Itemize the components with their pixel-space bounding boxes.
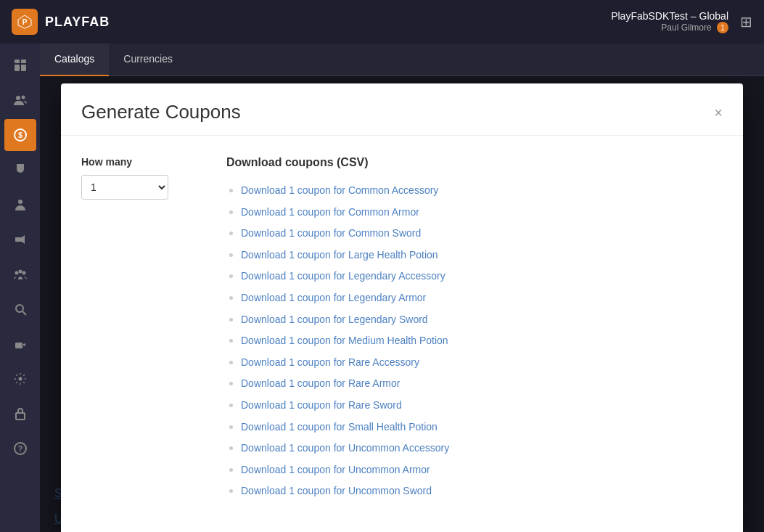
coupon-download-link[interactable]: Download 1 coupon for Common Accessory	[241, 184, 438, 196]
coupon-list-item: Download 1 coupon for Common Accessory	[241, 181, 723, 200]
svg-point-11	[15, 271, 18, 275]
svg-point-17	[18, 377, 22, 381]
coupon-list-item: Download 1 coupon for Rare Sword	[241, 396, 723, 414]
coupon-download-link[interactable]: Download 1 coupon for Legendary Sword	[241, 314, 428, 325]
coupon-download-link[interactable]: Download 1 coupon for Rare Sword	[241, 399, 402, 411]
quantity-select[interactable]: 1 5 10 25 50 100	[81, 175, 168, 200]
logo-area: P PLAYFAB	[12, 9, 110, 35]
coupon-download-link[interactable]: Download 1 coupon for Common Armor	[241, 206, 419, 218]
sidebar-item-dashboard[interactable]	[4, 49, 36, 81]
user-name: Paul Gilmore 1	[611, 22, 728, 33]
coupon-list: Download 1 coupon for Common AccessoryDo…	[226, 181, 723, 500]
modal-right-panel: Download coupons (CSV) Download 1 coupon…	[226, 156, 723, 502]
tab-bar: Catalogs Currencies	[40, 44, 764, 76]
coupon-list-item: Download 1 coupon for Small Health Potio…	[241, 417, 723, 436]
header-title: PlayFabSDKTest – Global Paul Gilmore 1	[611, 10, 728, 33]
modal-left-panel: How many 1 5 10 25 50 100	[81, 156, 183, 502]
coupon-list-item: Download 1 coupon for Legendary Armor	[241, 288, 723, 307]
top-header: P PLAYFAB PlayFabSDKTest – Global Paul G…	[0, 0, 764, 44]
svg-line-15	[22, 311, 26, 315]
coupon-list-item: Download 1 coupon for Rare Accessory	[241, 353, 723, 372]
modal-footer: CLOSE	[61, 522, 743, 532]
modal-body: How many 1 5 10 25 50 100	[61, 136, 743, 522]
svg-point-10	[18, 200, 22, 204]
sidebar-item-economy[interactable]: $	[4, 119, 36, 151]
download-section-title: Download coupons (CSV)	[226, 156, 723, 169]
modal-overlay: Generate Coupons × How many 1 5 10	[40, 76, 764, 532]
coupon-list-item: Download 1 coupon for Legendary Accessor…	[241, 266, 723, 285]
modal-title: Generate Coupons	[81, 101, 241, 123]
svg-rect-16	[15, 343, 22, 348]
modal-close-x-button[interactable]: ×	[714, 105, 723, 120]
svg-text:$: $	[17, 131, 22, 139]
sidebar-item-groups[interactable]	[4, 258, 36, 290]
project-name: PlayFabSDKTest – Global	[611, 10, 728, 22]
modal-generate-coupons: Generate Coupons × How many 1 5 10	[61, 83, 743, 532]
svg-rect-18	[16, 413, 25, 420]
notification-badge: 1	[717, 22, 728, 33]
coupon-download-link[interactable]: Download 1 coupon for Medium Health Poti…	[241, 335, 448, 346]
coupon-download-link[interactable]: Download 1 coupon for Rare Accessory	[241, 356, 419, 368]
coupon-list-item: Download 1 coupon for Common Armor	[241, 202, 723, 221]
tab-currencies[interactable]: Currencies	[109, 44, 187, 76]
header-right: PlayFabSDKTest – Global Paul Gilmore 1 ⊞	[611, 10, 752, 33]
sidebar: $	[0, 44, 40, 532]
sidebar-item-trophy[interactable]	[4, 154, 36, 186]
svg-point-12	[18, 270, 22, 274]
sidebar-item-users[interactable]	[4, 84, 36, 116]
main-layout: $	[0, 44, 764, 532]
svg-point-7	[21, 96, 25, 99]
tab-catalogs[interactable]: Catalogs	[40, 44, 109, 76]
coupon-list-item: Download 1 coupon for Common Sword	[241, 224, 723, 242]
svg-point-6	[16, 96, 20, 100]
svg-rect-2	[15, 60, 20, 63]
coupon-list-item: Download 1 coupon for Medium Health Poti…	[241, 331, 723, 350]
logo-icon: P	[12, 9, 38, 35]
modal-header: Generate Coupons ×	[61, 83, 743, 136]
svg-rect-3	[21, 60, 26, 63]
coupon-download-link[interactable]: Download 1 coupon for Uncommon Armor	[241, 464, 430, 475]
grid-icon[interactable]: ⊞	[740, 13, 752, 30]
sidebar-item-help[interactable]: ?	[4, 433, 36, 465]
sidebar-item-plugins[interactable]	[4, 328, 36, 360]
content-area: Catalogs Currencies Small Health Potion …	[40, 44, 764, 532]
svg-point-13	[22, 271, 25, 275]
coupon-download-link[interactable]: Download 1 coupon for Uncommon Sword	[241, 485, 432, 496]
svg-point-14	[16, 305, 23, 312]
coupon-download-link[interactable]: Download 1 coupon for Small Health Potio…	[241, 421, 438, 433]
coupon-download-link[interactable]: Download 1 coupon for Common Sword	[241, 227, 421, 239]
sidebar-item-lock[interactable]	[4, 398, 36, 430]
svg-text:?: ?	[17, 444, 22, 453]
coupon-list-item: Download 1 coupon for Uncommon Accessory	[241, 438, 723, 457]
coupon-list-item: Download 1 coupon for Legendary Sword	[241, 310, 723, 329]
page-content: Small Health Potion Small Health Potion …	[40, 76, 764, 532]
sidebar-item-announcements[interactable]	[4, 224, 36, 255]
coupon-list-item: Download 1 coupon for Uncommon Armor	[241, 460, 723, 479]
coupon-list-item: Download 1 coupon for Uncommon Sword	[241, 481, 723, 500]
coupon-download-link[interactable]: Download 1 coupon for Legendary Armor	[241, 292, 426, 303]
svg-rect-5	[21, 65, 26, 71]
how-many-label: How many	[81, 156, 183, 168]
coupon-list-item: Download 1 coupon for Rare Armor	[241, 374, 723, 393]
svg-rect-4	[15, 65, 20, 71]
coupon-download-link[interactable]: Download 1 coupon for Rare Armor	[241, 377, 400, 389]
sidebar-item-settings[interactable]	[4, 363, 36, 395]
coupon-download-link[interactable]: Download 1 coupon for Large Health Potio…	[241, 249, 438, 261]
coupon-download-link[interactable]: Download 1 coupon for Uncommon Accessory	[241, 442, 449, 454]
coupon-list-item: Download 1 coupon for Large Health Potio…	[241, 245, 723, 264]
logo-text: PLAYFAB	[45, 15, 110, 30]
svg-text:P: P	[22, 18, 28, 26]
sidebar-item-search[interactable]	[4, 293, 36, 325]
coupon-download-link[interactable]: Download 1 coupon for Legendary Accessor…	[241, 270, 445, 282]
sidebar-item-players[interactable]	[4, 189, 36, 221]
